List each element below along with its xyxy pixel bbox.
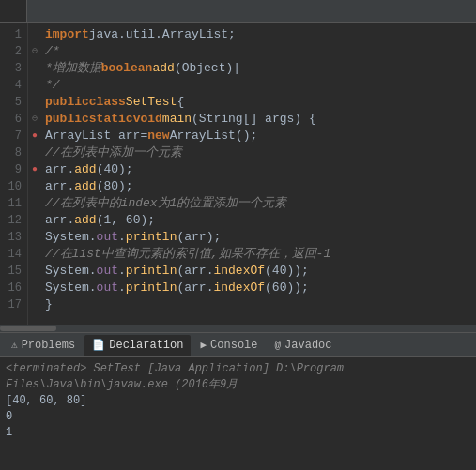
editor-tab-bar [0,0,476,23]
line-number: 13 [4,229,22,246]
code-line[interactable]: //在list中查询元素的索引值,如果不存在，返回-1 [41,246,476,263]
code-token: (); [236,128,257,144]
code-token: main [162,111,192,128]
code-token: (String[] args) { [192,111,316,128]
code-line[interactable]: public static void main(String[] args) { [41,111,476,128]
code-token: //在list中查询元素的索引值,如果不存在，返回-1 [45,246,330,263]
code-token: out [97,229,118,246]
console-output-line: 1 [6,425,470,441]
line-number: 16 [4,280,22,296]
code-token: (40)); [265,263,309,280]
line-indicator [28,280,41,296]
code-line[interactable]: arr.add(1, 60); [41,212,476,229]
file-tab-settestjava[interactable] [0,0,27,22]
bottom-tab-bar: ⚠Problems📄Declaration▶Console@Javadoc [0,333,476,357]
code-token: println [126,263,177,280]
code-area: 1234567891011121314151617 ⊖⊖●● import ja… [0,23,476,325]
line-indicator: ● [28,128,41,144]
code-token: . [118,280,126,296]
bottom-tab-javadoc[interactable]: @Javadoc [268,335,340,356]
console-output-area: <terminated> SetTest [Java Application] … [0,357,476,470]
code-token: (1, 60); [97,212,155,229]
code-token: import [45,26,89,43]
code-token: System. [45,263,97,280]
code-line[interactable]: //在列表中的index为1的位置添加一个元素 [41,195,476,212]
code-line[interactable]: System.out.println(arr); [41,229,476,246]
code-line[interactable]: ArrayList arr=new ArrayList(); [41,128,476,144]
code-token: ArrayList arr= [45,128,147,144]
code-token: class [89,94,126,111]
code-token: out [97,280,118,296]
console-tab-label: Console [210,339,257,352]
declaration-tab-label: Declaration [109,339,183,352]
line-number: 11 [4,195,22,212]
bottom-tab-declaration[interactable]: 📄Declaration [84,335,191,356]
line-indicator [28,60,41,77]
line-indicator: ● [28,161,41,178]
console-terminated-line: <terminated> SetTest [Java Application] … [6,361,470,393]
line-number: 5 [4,94,22,111]
scrollbar-thumb[interactable] [0,326,56,331]
code-line[interactable]: arr.add(40); [41,161,476,178]
code-token: new [147,128,169,144]
line-number: 6 [4,111,22,128]
code-line[interactable]: } [41,296,476,313]
code-token: { [177,94,184,111]
code-line[interactable]: arr.add(80); [41,178,476,195]
code-line[interactable]: System.out.println(arr.indexOf(40)); [41,263,476,280]
line-number: 7 [4,128,22,144]
line-indicators: ⊖⊖●● [28,23,41,325]
code-token: (arr. [177,263,213,280]
line-number: 15 [4,263,22,280]
bottom-tab-problems[interactable]: ⚠Problems [4,335,83,356]
code-token: //在列表中添加一个元素 [45,144,182,161]
horizontal-scrollbar[interactable] [0,325,476,332]
problems-tab-icon: ⚠ [11,339,18,351]
line-indicator: ⊖ [28,111,41,128]
javadoc-tab-label: Javadoc [284,339,331,352]
code-token: System. [45,229,97,246]
bottom-tab-console[interactable]: ▶Console [192,335,265,356]
code-line[interactable]: import java.util.ArrayList; [41,26,476,43]
console-tab-icon: ▶ [200,339,207,351]
line-number: 1 [4,26,22,43]
declaration-tab-icon: 📄 [92,339,105,351]
code-token: */ [45,77,60,94]
code-token: ArrayList [170,128,236,144]
line-number: 3 [4,60,22,77]
code-token: } [45,296,53,313]
code-token: println [126,229,177,246]
code-line[interactable]: public class SetTest { [41,94,476,111]
code-line[interactable]: //在列表中添加一个元素 [41,144,476,161]
code-token: (Object)| [175,60,240,77]
line-indicator [28,26,41,43]
line-indicator [28,263,41,280]
console-output-line: [40, 60, 80] [6,393,470,409]
code-token: //在列表中的index为1的位置添加一个元素 [45,195,286,212]
code-token: add [74,178,96,195]
code-lines[interactable]: import java.util.ArrayList;/* *增加数据 bool… [41,23,476,325]
code-line[interactable]: */ [41,77,476,94]
line-indicator [28,229,41,246]
code-line[interactable]: System.out.println(arr.indexOf(60)); [41,280,476,296]
code-token: static [89,111,133,128]
code-token: . [118,263,126,280]
code-line[interactable]: *增加数据 boolean add(Object)| [41,60,476,77]
code-token: indexOf [213,280,265,296]
line-number: 4 [4,77,22,94]
code-token: arr. [45,161,74,178]
code-token: (80); [97,178,133,195]
problems-tab-label: Problems [22,339,76,352]
line-number: 17 [4,296,22,313]
code-token: *增加数据 [45,60,101,77]
line-numbers: 1234567891011121314151617 [0,23,28,325]
line-number: 14 [4,246,22,263]
line-number: 8 [4,144,22,161]
code-token: (40); [97,161,133,178]
line-number: 2 [4,43,22,60]
code-token: boolean [101,60,153,77]
code-token: arr. [45,212,74,229]
code-line[interactable]: /* [41,43,476,60]
line-indicator [28,195,41,212]
code-token: out [97,263,118,280]
